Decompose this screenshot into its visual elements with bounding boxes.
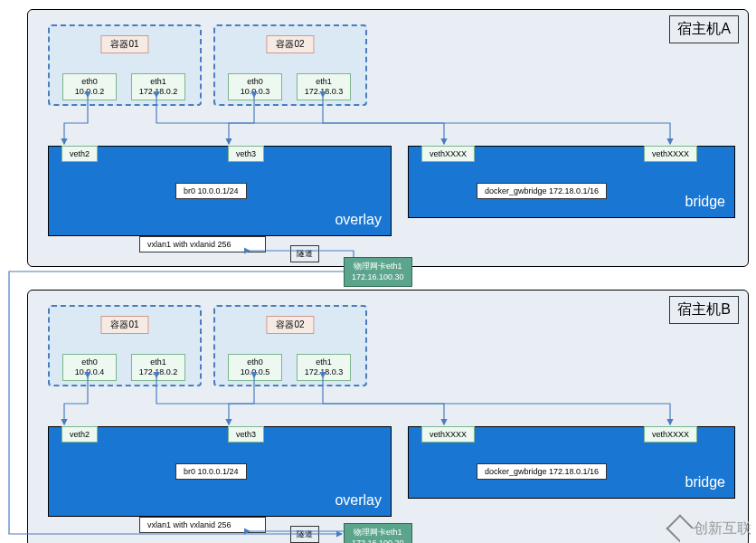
watermark-text: 创新互联 — [694, 519, 751, 538]
nic-name: eth0 — [247, 357, 263, 367]
container-a-1-eth1: eth1 172.18.0.2 — [131, 73, 185, 100]
nic-ip: 172.18.0.2 — [139, 367, 178, 376]
tunnel-b-label: 隧道 — [290, 526, 319, 543]
container-b-2-eth1: eth1 172.18.0.3 — [297, 354, 351, 381]
nic-ip: 10.0.0.4 — [75, 367, 105, 376]
bridge-a-vethx1: vethXXXX — [421, 146, 475, 162]
container-a-1-eth0: eth0 10.0.0.2 — [62, 73, 117, 100]
container-b-1: 容器01 eth0 10.0.0.4 eth1 172.18.0.2 — [48, 305, 202, 386]
host-a-title: 宿主机A — [669, 15, 739, 43]
container-b-1-eth0: eth0 10.0.0.4 — [62, 354, 117, 381]
overlay-a-veth2: veth2 — [61, 146, 98, 162]
tunnel-a-label: 隧道 — [290, 245, 319, 262]
watermark-logo-icon — [666, 514, 694, 542]
host-b-box: 宿主机B 容器01 eth0 10.0.0.4 eth1 172.18.0.2 … — [27, 290, 749, 543]
watermark: 创新互联 — [670, 519, 751, 538]
nic-name: eth0 — [81, 77, 98, 86]
container-a-1-label: 容器01 — [100, 35, 148, 53]
nic-name: eth1 — [150, 357, 166, 367]
nic-ip: 10.0.0.5 — [241, 367, 270, 376]
phys-nic-b-name: 物理网卡eth1 — [354, 528, 402, 537]
nic-ip: 172.18.0.3 — [305, 367, 344, 376]
diagram-canvas: 宿主机A 容器01 eth0 10.0.0.2 eth1 172.18.0.2 … — [0, 0, 756, 543]
bridge-a-type: bridge — [685, 194, 725, 210]
container-b-2: 容器02 eth0 10.0.0.5 eth1 172.18.0.3 — [213, 305, 367, 386]
overlay-a-type: overlay — [335, 212, 382, 228]
overlay-b-veth3: veth3 — [228, 426, 264, 443]
container-b-1-label: 容器01 — [100, 316, 148, 334]
host-a-box: 宿主机A 容器01 eth0 10.0.0.2 eth1 172.18.0.2 … — [27, 9, 749, 267]
bridge-a-vethx2: vethXXXX — [644, 146, 697, 162]
bridge-a-gw: docker_gwbridge 172.18.0.1/16 — [477, 183, 607, 199]
bridge-b-gw: docker_gwbridge 172.18.0.1/16 — [477, 463, 607, 480]
nic-name: eth0 — [247, 77, 263, 86]
overlay-a-vxlan: vxlan1 with vxlanid 256 — [139, 236, 266, 252]
overlay-bridge-a: veth2 veth3 br0 10.0.0.1/24 overlay vxla… — [48, 146, 392, 236]
overlay-b-type: overlay — [335, 492, 382, 509]
bridge-b-vethx2: vethXXXX — [644, 426, 697, 443]
phys-nic-b: 物理网卡eth1 172.16.100.20 — [344, 523, 412, 543]
container-a-2-eth1: eth1 172.18.0.3 — [297, 73, 351, 100]
nic-name: eth0 — [81, 357, 98, 367]
container-b-2-eth0: eth0 10.0.0.5 — [228, 354, 282, 381]
bridge-b-type: bridge — [685, 474, 725, 491]
docker-bridge-b: vethXXXX vethXXXX docker_gwbridge 172.18… — [408, 426, 735, 499]
overlay-b-br0: br0 10.0.0.1/24 — [175, 463, 247, 480]
host-b-title: 宿主机B — [669, 296, 739, 324]
container-a-2: 容器02 eth0 10.0.0.3 eth1 172.18.0.3 — [213, 24, 367, 106]
nic-name: eth1 — [150, 77, 166, 86]
nic-ip: 10.0.0.3 — [241, 87, 270, 96]
nic-name: eth1 — [316, 357, 332, 367]
overlay-b-vxlan: vxlan1 with vxlanid 256 — [139, 517, 266, 533]
docker-bridge-a: vethXXXX vethXXXX docker_gwbridge 172.18… — [408, 146, 735, 218]
overlay-a-br0: br0 10.0.0.1/24 — [175, 183, 247, 199]
phys-nic-a-ip: 172.16.100.30 — [352, 272, 404, 281]
container-a-2-eth0: eth0 10.0.0.3 — [228, 73, 282, 100]
bridge-b-vethx1: vethXXXX — [421, 426, 475, 443]
nic-ip: 10.0.0.2 — [75, 87, 105, 96]
phys-nic-a-name: 物理网卡eth1 — [354, 262, 402, 271]
nic-ip: 172.18.0.3 — [305, 87, 344, 96]
nic-name: eth1 — [316, 77, 332, 86]
container-b-2-label: 容器02 — [266, 316, 314, 334]
container-b-1-eth1: eth1 172.18.0.2 — [131, 354, 185, 381]
overlay-b-veth2: veth2 — [61, 426, 98, 443]
container-a-1: 容器01 eth0 10.0.0.2 eth1 172.18.0.2 — [48, 24, 202, 106]
nic-ip: 172.18.0.2 — [139, 87, 178, 96]
phys-nic-a: 物理网卡eth1 172.16.100.30 — [344, 257, 412, 287]
overlay-a-veth3: veth3 — [228, 146, 264, 162]
container-a-2-label: 容器02 — [266, 35, 314, 53]
overlay-bridge-b: veth2 veth3 br0 10.0.0.1/24 overlay vxla… — [48, 426, 392, 517]
phys-nic-b-ip: 172.16.100.20 — [352, 538, 404, 543]
